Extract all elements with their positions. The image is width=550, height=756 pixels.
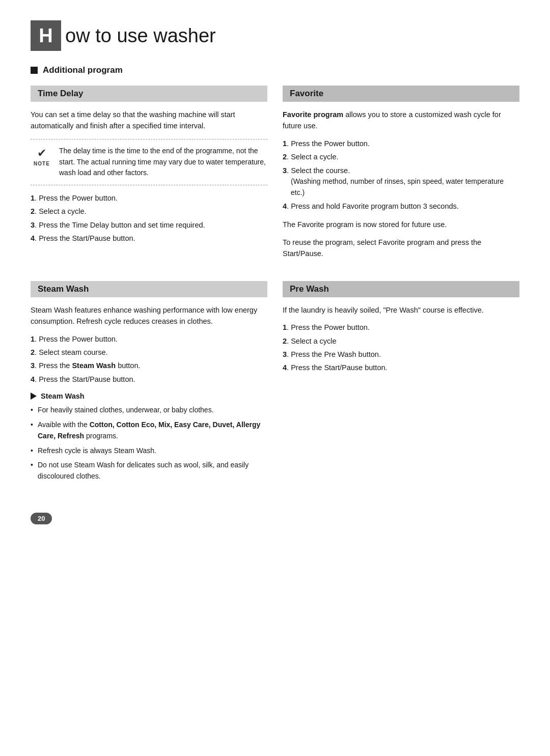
steam-wash-step-1: 1. Press the Power button. <box>31 333 267 345</box>
header-letter: H <box>39 25 52 47</box>
steam-wash-sub-title: Steam Wash <box>31 392 267 400</box>
pre-wash-step-2: 2. Select a cycle <box>283 335 519 347</box>
favorite-intro: Favorite program allows you to store a c… <box>283 109 519 132</box>
triangle-icon <box>31 393 37 400</box>
favorite-stored-text: The Favorite program is now stored for f… <box>283 219 519 230</box>
steam-wash-sub-label: Steam Wash <box>41 392 85 400</box>
time-delay-step-3: 3. Press the Time Delay button and set t… <box>31 219 267 231</box>
section-label: Additional program <box>43 65 123 75</box>
steam-wash-bullets: For heavily stained clothes, underwear, … <box>31 404 267 482</box>
note-box: ✔ NOTE The delay time is the time to the… <box>31 139 267 185</box>
time-delay-step-2: 2. Select a cycle. <box>31 206 267 217</box>
steam-wash-bullet-3: Refresh cycle is always Steam Wash. <box>31 445 267 456</box>
steam-wash-title: Steam Wash <box>38 284 89 294</box>
pre-wash-header: Pre Wash <box>283 281 519 297</box>
note-icon: ✔ NOTE <box>31 146 53 168</box>
steam-wash-bold: Steam Wash <box>72 361 116 370</box>
favorite-section: Favorite Favorite program allows you to … <box>283 86 519 266</box>
note-text: The delay time is the time to the end of… <box>59 146 267 179</box>
time-delay-section: Time Delay You can set a time delay so t… <box>31 86 267 266</box>
header-letter-box: H <box>31 20 61 51</box>
steam-wash-steps: 1. Press the Power button. 2. Select ste… <box>31 333 267 385</box>
favorite-steps: 1. Press the Power button. 2. Select a c… <box>283 138 519 212</box>
steam-wash-step-2: 2. Select steam course. <box>31 347 267 358</box>
favorite-title: Favorite <box>290 89 323 98</box>
header-title: ow to use washer <box>61 25 216 47</box>
pre-wash-steps: 1. Press the Power button. 2. Select a c… <box>283 322 519 374</box>
steam-wash-header: Steam Wash <box>31 281 267 297</box>
pre-wash-step-4: 4. Press the Start/Pause button. <box>283 362 519 373</box>
pre-wash-step-1: 1. Press the Power button. <box>283 322 519 333</box>
steam-wash-bullet-2: Avaible with the Cotton, Cotton Eco, Mix… <box>31 419 267 442</box>
favorite-step-4: 4. Press and hold Favorite program butto… <box>283 201 519 212</box>
pre-wash-step-3: 3. Press the Pre Wash button. <box>283 349 519 360</box>
steam-wash-intro: Steam Wash features enhance washing perf… <box>31 304 267 327</box>
row-2: Steam Wash Steam Wash features enhance w… <box>31 281 519 485</box>
time-delay-steps: 1. Press the Power button. 2. Select a c… <box>31 192 267 244</box>
section-title: Additional program <box>31 65 519 75</box>
favorite-step-3-sub: (Washing method, number of rinses, spin … <box>283 176 519 198</box>
time-delay-step-4: 4. Press the Start/Pause button. <box>31 233 267 244</box>
steam-wash-bullet-4: Do not use Steam Wash for delicates such… <box>31 459 267 482</box>
page-header: H ow to use washer <box>31 20 519 51</box>
page-number: 20 <box>31 513 52 524</box>
steam-wash-step-3: 3. Press the Steam Wash button. <box>31 360 267 371</box>
time-delay-header: Time Delay <box>31 86 267 102</box>
steam-wash-section: Steam Wash Steam Wash features enhance w… <box>31 281 267 485</box>
checkmark-icon: ✔ <box>37 147 46 160</box>
favorite-reuse-text: To reuse the program, select Favorite pr… <box>283 237 519 260</box>
time-delay-step-1: 1. Press the Power button. <box>31 192 267 204</box>
note-label: NOTE <box>34 161 50 166</box>
time-delay-intro: You can set a time delay so that the was… <box>31 109 267 132</box>
pre-wash-intro: If the laundry is heavily soiled, "Pre W… <box>283 304 519 316</box>
favorite-step-2: 2. Select a cycle. <box>283 151 519 162</box>
row-1: Time Delay You can set a time delay so t… <box>31 86 519 266</box>
time-delay-title: Time Delay <box>38 89 83 98</box>
steam-wash-step-4: 4. Press the Start/Pause button. <box>31 374 267 385</box>
pre-wash-title: Pre Wash <box>290 284 329 294</box>
favorite-step-3: 3. Select the course. (Washing method, n… <box>283 165 519 199</box>
steam-wash-bullet-1: For heavily stained clothes, underwear, … <box>31 404 267 415</box>
favorite-step-1: 1. Press the Power button. <box>283 138 519 149</box>
pre-wash-section: Pre Wash If the laundry is heavily soile… <box>283 281 519 485</box>
favorite-header: Favorite <box>283 86 519 102</box>
favorite-intro-bold: Favorite program <box>283 110 343 119</box>
page-number-box: 20 <box>31 500 519 524</box>
section-square-icon <box>31 67 38 74</box>
